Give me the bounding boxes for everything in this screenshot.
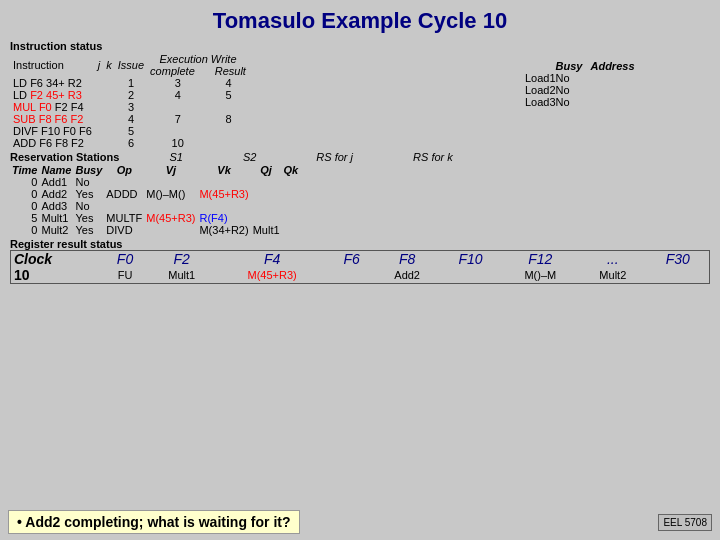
table-row: 0 Add3 No (10, 200, 300, 212)
exec-write-header: Execution WritecompleteResult (147, 53, 249, 77)
table-row: SUB F8 F6 F2 4 7 8 (10, 113, 249, 125)
reg-val-f12: M()–M (502, 267, 580, 284)
bullet-text: • Add2 completing; what is waiting for i… (8, 510, 300, 534)
table-row: LD F6 34+ R2 1 3 4 (10, 77, 249, 89)
rs-col-time: Time (10, 164, 39, 176)
reg-f4: F4 (215, 251, 328, 268)
instruction-status-section: Instruction status Instruction j k Issue… (10, 40, 519, 149)
instr-status-title: Instruction status (10, 40, 519, 52)
reg-val-f30 (647, 267, 710, 284)
bottom-bar: • Add2 completing; what is waiting for i… (8, 510, 712, 534)
table-row: Load1No (525, 72, 643, 84)
rs-sub-headers: S1 S2 RS for j RS for k (169, 151, 452, 163)
table-row: 0 Mult2 Yes DIVD M(34+R2) Mult1 (10, 224, 300, 236)
reg-status-title: Register result status (10, 238, 710, 250)
col-k: k (103, 53, 115, 77)
load-col-address: Address (583, 60, 643, 72)
table-row: 5 Mult1 Yes MULTF M(45+R3) R(F4) (10, 212, 300, 224)
table-row: ADD F6 F8 F2 6 10 (10, 137, 249, 149)
reg-table: Clock F0 F2 F4 F6 F8 F10 F12 ... F30 10 … (10, 250, 710, 284)
table-row: Load2No (525, 84, 643, 96)
col-j: j (95, 53, 103, 77)
table-row: Load3No (525, 96, 643, 108)
col-issue: Issue (115, 53, 147, 77)
fu-label: FU (102, 267, 148, 284)
rs-for-k: RS for k (413, 151, 453, 163)
rs-col-vk: Vk (197, 164, 250, 176)
rs-col-busy: Busy (73, 164, 104, 176)
clock-value: 10 (11, 267, 103, 284)
table-row: 0 Add2 Yes ADDD M()–M() M(45+R3) (10, 188, 300, 200)
register-status-section: Register result status Clock F0 F2 F4 F6… (10, 238, 710, 284)
reg-f10: F10 (440, 251, 502, 268)
rs-s2: S2 (243, 151, 256, 163)
rs-title: Reservation Stations (10, 151, 119, 163)
table-row: 10 FU Mult1 M(45+R3) Add2 M()–M Mult2 (11, 267, 710, 284)
rs-col-name: Name (39, 164, 73, 176)
load-buffers-section: Busy Address Load1No Load2No Load3No (525, 40, 710, 149)
reg-val-f8: Add2 (375, 267, 440, 284)
reg-f12: F12 (502, 251, 580, 268)
page-title: Tomasulo Example Cycle 10 (10, 8, 710, 34)
reg-f0: F0 (102, 251, 148, 268)
load-table: Busy Address Load1No Load2No Load3No (525, 60, 643, 108)
col-instruction: Instruction (10, 53, 95, 77)
reg-val-f6 (329, 267, 375, 284)
reg-val-f4: M(45+R3) (215, 267, 328, 284)
table-row: DIVF F10 F0 F6 5 (10, 125, 249, 137)
instruction-table: Instruction j k Issue Execution Writecom… (10, 53, 249, 149)
reg-val-ellipsis: Mult2 (579, 267, 647, 284)
reg-val-f2: Mult1 (148, 267, 216, 284)
rs-for-j: RS for j (316, 151, 353, 163)
reg-f6: F6 (329, 251, 375, 268)
load-col-name (525, 60, 556, 72)
clock-label: Clock (11, 251, 103, 268)
load-col-busy: Busy (556, 60, 583, 72)
reg-ellipsis: ... (579, 251, 647, 268)
reg-f8: F8 (375, 251, 440, 268)
reg-f2: F2 (148, 251, 216, 268)
reg-val-f10 (440, 267, 502, 284)
rs-col-qk: Qk (282, 164, 301, 176)
rs-col-vj: Vj (144, 164, 197, 176)
reservation-stations-section: Reservation Stations S1 S2 RS for j RS f… (10, 151, 710, 236)
table-row: 0 Add1 No (10, 176, 300, 188)
rs-s1: S1 (169, 151, 182, 163)
rs-col-op: Op (104, 164, 144, 176)
rs-table: Time Name Busy Op Vj Vk Qj Qk 0 Add1 No (10, 164, 300, 236)
rs-col-qj: Qj (251, 164, 282, 176)
table-row: MUL F0 F2 F4 3 (10, 101, 249, 113)
reg-f30: F30 (647, 251, 710, 268)
table-row: LD F2 45+ R3 2 4 5 (10, 89, 249, 101)
eel-badge: EEL 5708 (658, 514, 712, 531)
